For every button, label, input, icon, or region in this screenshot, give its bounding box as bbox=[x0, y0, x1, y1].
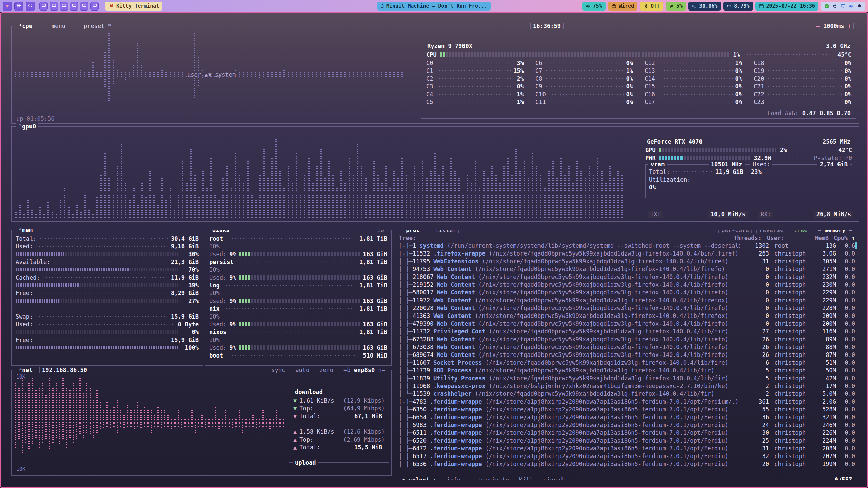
tray-volume-icon[interactable] bbox=[849, 4, 854, 9]
process-row[interactable]: │ ├─11739RDD Process(/nix/store/fqadd0bp… bbox=[399, 366, 855, 374]
process-row[interactable]: │ ├─94753Web Content(/nix/store/fqadd0bp… bbox=[399, 265, 855, 273]
process-row[interactable]: │ ├─11972Web Content(/nix/store/fqadd0bp… bbox=[399, 296, 855, 304]
process-row[interactable]: │ ├─5983.ferdium-wrappe(/nix/store/a1pj8… bbox=[399, 421, 855, 429]
process-row[interactable]: │ ├─6511.ferdium-wrappe(/nix/store/a1pj8… bbox=[399, 429, 855, 436]
core-graph-dots bbox=[658, 69, 733, 73]
header-cpu[interactable]: Cpu% bbox=[829, 235, 848, 241]
core-graph-dots bbox=[436, 84, 514, 88]
heart-button[interactable]: ♥ bbox=[3, 2, 12, 11]
process-threads: 26 bbox=[740, 336, 769, 343]
process-row[interactable]: │ ├─11968.keepassxc-prox(/nix/store/bslp… bbox=[399, 382, 855, 390]
terminate-button[interactable]: terminate bbox=[475, 476, 511, 480]
process-row[interactable]: │ ├─11607Socket Process(/nix/store/fqadd… bbox=[399, 359, 855, 366]
music-player-chip[interactable]: ♫ Minuit Machine – Don't Run Fro... bbox=[377, 2, 491, 11]
disk-usage-chip[interactable]: 8.79% bbox=[723, 2, 753, 11]
header-memory[interactable]: MemB bbox=[804, 235, 829, 241]
net-interface-switcher[interactable]: ←b enp8s0 n→ bbox=[341, 367, 388, 373]
process-row[interactable]: │ ├─580017Web Content(/nix/store/fqadd0b… bbox=[399, 288, 855, 296]
cat-icon bbox=[108, 3, 114, 9]
process-memory: 228M bbox=[811, 305, 836, 311]
kill-button[interactable]: Kill bbox=[517, 476, 535, 480]
bell-icon[interactable] bbox=[857, 4, 862, 9]
process-row[interactable]: │ ├─11839Utility Process(/nix/store/fqad… bbox=[399, 374, 855, 382]
memory-usage-chip[interactable]: 30.06% bbox=[688, 2, 721, 11]
per-core-toggle[interactable]: per-core bbox=[718, 230, 752, 233]
process-row[interactable]: │ ├─479390Web Content(/nix/store/fqadd0b… bbox=[399, 320, 855, 327]
process-row[interactable]: │ ├─11795WebExtensions(/nix/store/fqadd0… bbox=[399, 257, 855, 265]
process-row[interactable]: │ ├─689674Web Content(/nix/store/fqadd0b… bbox=[399, 351, 855, 359]
net-auto-button[interactable]: auto bbox=[293, 367, 312, 373]
process-row[interactable]: │ ├─673288Web Content(/nix/store/fqadd0b… bbox=[399, 335, 855, 343]
monitor-icon bbox=[82, 3, 87, 9]
header-threads[interactable]: Threads: bbox=[732, 235, 762, 241]
process-row[interactable]: [-]─1systemd(/run/current-system/systemd… bbox=[399, 242, 855, 249]
display-icon[interactable] bbox=[841, 4, 846, 9]
volume-chip[interactable]: 75% bbox=[582, 2, 606, 11]
process-user: christoph bbox=[769, 367, 811, 374]
network-stat-row: ▲ Total: 15,5 MiB bbox=[293, 443, 385, 451]
process-row[interactable]: │ ├─6517.ferdium-wrappe(/nix/store/a1pj8… bbox=[399, 452, 855, 460]
header-user[interactable]: User: bbox=[762, 235, 804, 241]
process-row[interactable]: │ └─11539crashhelper(/nix/store/fqadd0bp… bbox=[399, 390, 855, 398]
workspace-button[interactable] bbox=[39, 2, 48, 11]
disk-io-label: IO% bbox=[209, 266, 220, 273]
iface-next-key[interactable]: n→ bbox=[378, 367, 385, 373]
process-name: Utility Process bbox=[433, 375, 486, 382]
sort-next-icon[interactable]: → bbox=[849, 230, 852, 233]
workspace-button[interactable] bbox=[50, 2, 58, 11]
net-zero-button[interactable]: zero bbox=[317, 367, 336, 373]
process-memory: 200M bbox=[811, 320, 836, 327]
cpu-panel: ¹cpu menu preset * 16:36:59 – 1000ms + u… bbox=[11, 26, 859, 124]
interval-minus-button[interactable]: – bbox=[816, 23, 820, 29]
plug-icon[interactable] bbox=[832, 4, 837, 9]
process-row[interactable]: [-]─11532.firefox-wrappe(/nix/store/fqad… bbox=[399, 249, 855, 257]
workspace-button[interactable] bbox=[80, 2, 88, 11]
disk-io-label: IO% bbox=[209, 337, 220, 343]
process-row[interactable]: │ ├─6536.ferdium-wrappe(/nix/store/a1pj8… bbox=[399, 460, 855, 468]
network-stat-value: 15,5 MiB bbox=[354, 444, 382, 451]
workspace-button[interactable] bbox=[90, 2, 99, 11]
disk-used-value: 163 GiB bbox=[363, 298, 387, 304]
interval-plus-button[interactable]: + bbox=[848, 23, 851, 29]
process-row[interactable]: │ ├─6520.ferdium-wrappe(/nix/store/a1pj8… bbox=[399, 436, 855, 444]
info-button[interactable]: info ↵ bbox=[444, 476, 470, 480]
process-row[interactable]: [-]─4783.ferdium-wrappe(/nix/store/a1pj8… bbox=[399, 398, 855, 405]
process-threads: 26 bbox=[740, 351, 769, 358]
tree-toggle[interactable]: tree bbox=[791, 230, 810, 233]
refresh-button[interactable] bbox=[26, 2, 35, 11]
leader-dots bbox=[36, 314, 168, 319]
filter-button[interactable]: filter bbox=[433, 230, 459, 233]
network-chip[interactable]: Wired bbox=[608, 2, 637, 11]
check-circle-icon[interactable] bbox=[824, 4, 829, 9]
nixos-button[interactable] bbox=[14, 2, 23, 11]
reverse-toggle[interactable]: reverse bbox=[756, 230, 786, 233]
iface-prev-key[interactable]: ←b bbox=[343, 367, 350, 373]
header-tree[interactable]: Tree: bbox=[399, 235, 732, 241]
bluetooth-chip[interactable]: Off bbox=[640, 2, 663, 11]
process-row[interactable]: │ ├─6654.ferdium-wrappe(/nix/store/a1pj8… bbox=[399, 413, 855, 421]
process-row[interactable]: │ ├─6472.ferdium-wrappe(/nix/store/a1pj8… bbox=[399, 444, 855, 452]
process-row[interactable]: │ ├─219152Web Content(/nix/store/fqadd0b… bbox=[399, 281, 855, 288]
sort-column-switcher[interactable]: ← memory → bbox=[815, 230, 855, 233]
process-row[interactable]: │ ├─673038Web Content(/nix/store/fqadd0b… bbox=[399, 343, 855, 351]
datetime-chip[interactable]: 2025-07-22 16:36 bbox=[755, 2, 819, 11]
process-pid: 11972 bbox=[413, 297, 430, 304]
cpu-usage-chip[interactable]: 5% bbox=[666, 2, 686, 11]
workspace-button[interactable] bbox=[70, 2, 78, 11]
process-row[interactable]: │ ├─41363Web Content(/nix/store/fqadd0bp… bbox=[399, 312, 855, 320]
process-row[interactable]: │ ├─218067Web Content(/nix/store/fqadd0b… bbox=[399, 273, 855, 281]
cpu-usage-value: 5% bbox=[676, 3, 683, 9]
net-sync-button[interactable]: sync bbox=[269, 367, 288, 373]
process-row[interactable]: │ ├─220028Web Content(/nix/store/fqadd0b… bbox=[399, 304, 855, 312]
process-row[interactable]: │ ├─6350.ferdium-wrappe(/nix/store/a1pj8… bbox=[399, 405, 855, 413]
signals-button[interactable]: signals bbox=[541, 476, 570, 480]
process-row[interactable]: │ ├─11732Privileged Cont(/nix/store/fqad… bbox=[399, 327, 855, 335]
sort-prev-icon[interactable]: ← bbox=[818, 230, 821, 233]
process-name: .ferdium-wrappe bbox=[430, 406, 482, 413]
process-pid: 11839 bbox=[413, 375, 430, 382]
process-scrollbar[interactable] bbox=[855, 242, 857, 249]
active-window-chip[interactable]: Kitty Terminal bbox=[105, 2, 162, 11]
core-graph-dots bbox=[436, 92, 514, 96]
workspace-button[interactable] bbox=[60, 2, 68, 11]
select-buttons[interactable]: ↑ select ↓ bbox=[399, 476, 439, 480]
